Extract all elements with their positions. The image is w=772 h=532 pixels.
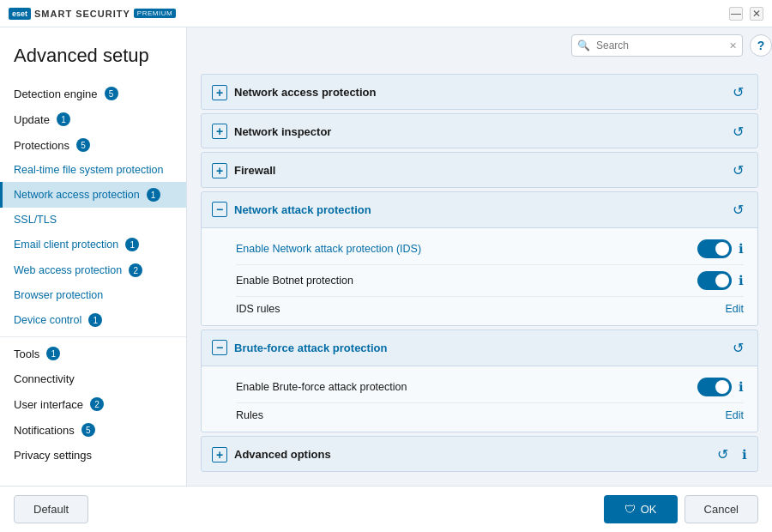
expand-brute-force-protection[interactable]: − xyxy=(212,340,227,355)
section-title-brute-force-protection: Brute-force attack protection xyxy=(234,342,722,354)
toggle-enable-botnet[interactable] xyxy=(697,271,732,290)
sidebar-item-tools[interactable]: Tools 1 xyxy=(0,341,186,366)
toggle-enable-ids[interactable] xyxy=(697,239,732,258)
sidebar-label-browser: Browser protection xyxy=(14,289,103,301)
reset-advanced-options[interactable]: ↺ xyxy=(714,444,732,464)
sidebar-label-tools: Tools xyxy=(14,348,39,360)
edit-rules[interactable]: Edit xyxy=(725,409,744,421)
expand-network-attack-protection[interactable]: − xyxy=(212,202,227,217)
default-button[interactable]: Default xyxy=(14,495,88,523)
sidebar-item-notifications[interactable]: Notifications 5 xyxy=(0,417,186,443)
sidebar-label-web-access: Web access protection xyxy=(14,264,122,276)
reset-network-access-protection[interactable]: ↺ xyxy=(729,82,747,102)
badge-tools: 1 xyxy=(46,347,60,360)
reset-network-inspector[interactable]: ↺ xyxy=(729,122,747,142)
content-header: 🔍 ✕ ? xyxy=(187,27,772,63)
setting-control-enable-botnet: ℹ xyxy=(697,271,744,290)
sidebar-label-ssl-tls: SSL/TLS xyxy=(14,214,57,226)
title-bar-left: eset SMART SECURITY PREMIUM xyxy=(9,8,176,20)
section-advanced-options: + Advanced options ↺ ℹ xyxy=(201,436,758,472)
section-firewall: + Firewall ↺ xyxy=(201,152,758,188)
sidebar-label-update: Update xyxy=(14,113,50,126)
toggle-enable-brute-force[interactable] xyxy=(697,378,732,396)
section-brute-force-protection: − Brute-force attack protection ↺ Enable… xyxy=(201,329,758,433)
sidebar-label-connectivity: Connectivity xyxy=(14,372,75,385)
expand-advanced-options[interactable]: + xyxy=(212,447,227,462)
sidebar-item-update[interactable]: Update 1 xyxy=(0,106,186,132)
sidebar-item-protections[interactable]: Protections 5 xyxy=(0,132,186,158)
setting-row-enable-brute-force: Enable Brute-force attack protection ℹ xyxy=(236,372,744,403)
title-bar-right: — ✕ xyxy=(729,7,763,21)
info-advanced-options[interactable]: ℹ xyxy=(742,447,747,462)
sidebar-label-detection-engine: Detection engine xyxy=(14,88,98,100)
sidebar-item-web-access[interactable]: Web access protection 2 xyxy=(0,257,186,283)
button-group: 🛡 OK Cancel xyxy=(604,495,758,523)
edit-ids-rules[interactable]: Edit xyxy=(725,303,744,315)
sidebar-item-device-control[interactable]: Device control 1 xyxy=(0,307,186,333)
expand-network-inspector[interactable]: + xyxy=(212,124,227,139)
sidebar-label-network-access: Network access protection xyxy=(14,189,140,201)
sidebar-label-privacy-settings: Privacy settings xyxy=(14,449,92,462)
section-body-network-attack-protection: Enable Network attack protection (IDS) ℹ… xyxy=(202,227,757,326)
setting-label-enable-ids: Enable Network attack protection (IDS) xyxy=(236,243,697,255)
help-button[interactable]: ? xyxy=(750,34,772,57)
ok-button[interactable]: 🛡 OK xyxy=(604,495,678,523)
reset-network-attack-protection[interactable]: ↺ xyxy=(729,200,747,220)
minimize-button[interactable]: — xyxy=(729,7,743,21)
sidebar-item-ssl-tls[interactable]: SSL/TLS xyxy=(0,208,186,232)
badge-notifications: 5 xyxy=(81,423,95,437)
sidebar-divider-1 xyxy=(0,336,186,337)
badge-web-access: 2 xyxy=(129,263,142,277)
section-header-network-attack-protection[interactable]: − Network attack protection ↺ xyxy=(202,192,757,227)
sidebar-item-connectivity[interactable]: Connectivity xyxy=(0,366,186,391)
info-enable-botnet[interactable]: ℹ xyxy=(739,273,744,288)
section-title-network-inspector: Network inspector xyxy=(234,125,722,138)
sidebar-item-real-time[interactable]: Real-time file system protection xyxy=(0,158,186,182)
section-header-brute-force-protection[interactable]: − Brute-force attack protection ↺ xyxy=(202,330,757,366)
ok-icon: 🛡 xyxy=(624,503,636,516)
content-area: + Network access protection ↺ + Network … xyxy=(187,63,772,486)
section-network-inspector: + Network inspector ↺ xyxy=(201,113,758,149)
info-enable-ids[interactable]: ℹ xyxy=(739,241,744,257)
eset-logo-box: eset xyxy=(9,8,31,20)
setting-label-enable-brute-force: Enable Brute-force attack protection xyxy=(236,381,697,393)
section-title-network-access-protection: Network access protection xyxy=(234,86,722,99)
expand-firewall[interactable]: + xyxy=(212,163,227,178)
sidebar-item-network-access[interactable]: Network access protection 1 xyxy=(0,182,186,208)
sidebar-label-user-interface: User interface xyxy=(14,398,83,411)
setting-row-rules: Rules Edit xyxy=(236,403,744,427)
sidebar-item-detection-engine[interactable]: Detection engine 5 xyxy=(0,81,186,106)
badge-protections: 5 xyxy=(76,138,90,152)
main-container: Advanced setup Detection engine 5 Update… xyxy=(0,27,772,486)
setting-control-enable-brute-force: ℹ xyxy=(697,378,744,396)
setting-label-enable-botnet: Enable Botnet protection xyxy=(236,275,697,287)
sidebar-item-browser[interactable]: Browser protection xyxy=(0,283,186,307)
setting-label-rules: Rules xyxy=(236,409,725,421)
sidebar-label-protections: Protections xyxy=(14,139,69,152)
search-clear-icon[interactable]: ✕ xyxy=(729,40,737,51)
badge-update: 1 xyxy=(57,112,70,126)
info-enable-brute-force[interactable]: ℹ xyxy=(739,379,744,395)
section-header-network-access-protection[interactable]: + Network access protection ↺ xyxy=(202,75,757,110)
sidebar-item-privacy-settings[interactable]: Privacy settings xyxy=(0,443,186,468)
reset-firewall[interactable]: ↺ xyxy=(729,160,747,180)
expand-network-access-protection[interactable]: + xyxy=(212,85,227,100)
close-button[interactable]: ✕ xyxy=(750,7,763,21)
section-header-firewall[interactable]: + Firewall ↺ xyxy=(202,153,757,188)
sidebar-item-user-interface[interactable]: User interface 2 xyxy=(0,391,186,417)
premium-badge: PREMIUM xyxy=(134,9,176,18)
section-title-advanced-options: Advanced options xyxy=(234,448,707,461)
badge-email-client: 1 xyxy=(125,238,139,251)
badge-user-interface: 2 xyxy=(90,397,104,411)
reset-brute-force-protection[interactable]: ↺ xyxy=(729,338,747,358)
sidebar-item-email-client[interactable]: Email client protection 1 xyxy=(0,232,186,257)
cancel-button[interactable]: Cancel xyxy=(685,495,758,523)
setting-row-ids-rules: IDS rules Edit xyxy=(236,297,744,321)
section-header-advanced-options[interactable]: + Advanced options ↺ ℹ xyxy=(202,437,757,472)
section-title-firewall: Firewall xyxy=(234,164,722,177)
search-icon: 🔍 xyxy=(577,39,590,51)
search-input[interactable] xyxy=(571,34,743,57)
section-header-network-inspector[interactable]: + Network inspector ↺ xyxy=(202,114,757,149)
section-network-attack-protection: − Network attack protection ↺ Enable Net… xyxy=(201,191,758,326)
badge-network-access: 1 xyxy=(147,188,160,202)
